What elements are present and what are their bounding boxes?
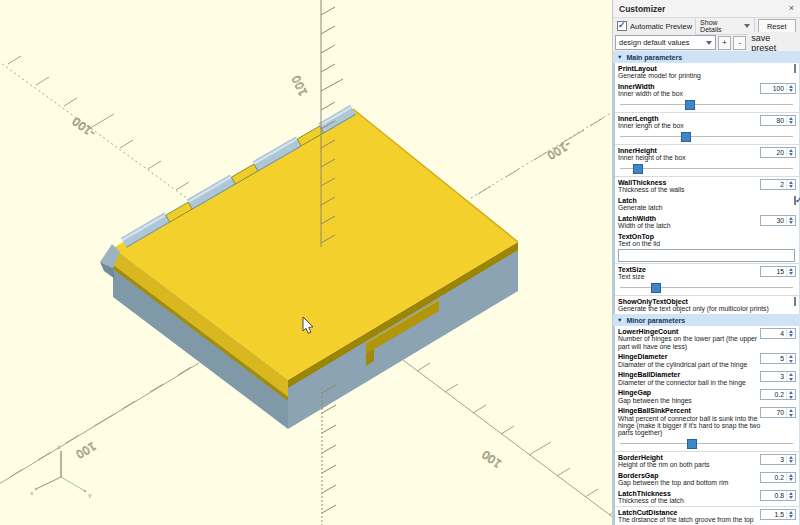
slider-handle[interactable] [651, 283, 661, 293]
show-details-dropdown[interactable]: Show Details [695, 17, 754, 35]
param-ShowOnlyTextObject: ShowOnlyTextObjectGenerate the text obje… [615, 296, 799, 314]
InnerHeight-spinbox[interactable]: 20 [760, 147, 796, 158]
spin-up-button[interactable] [789, 330, 793, 333]
spin-down-button[interactable] [789, 360, 793, 363]
slider-handle[interactable] [685, 100, 695, 110]
LowerHingeCount-spinbox[interactable]: 4 [760, 328, 796, 339]
spin-up-button[interactable] [789, 117, 793, 120]
TextSize-spinbox[interactable]: 15 [760, 266, 796, 277]
PrintLayout-checkbox[interactable] [794, 64, 796, 73]
spinbox-buttons [786, 510, 795, 519]
section-header-minor-parameters[interactable]: ▼Minor parameters [613, 314, 800, 326]
spin-down-button[interactable] [789, 460, 793, 463]
param-description: Generate model for printing [618, 72, 795, 79]
spin-down-button[interactable] [789, 153, 793, 156]
HingeBallDiameter-spinbox[interactable]: 3 [760, 371, 796, 382]
InnerWidth-slider[interactable] [620, 99, 793, 110]
spin-down-button[interactable] [789, 89, 793, 92]
param-Latch: LatchGenerate latch [615, 195, 799, 213]
param-HingeBallSinkPercent: HingeBallSinkPercent70What percent of co… [615, 405, 799, 452]
param-description: Generate the text object only (for multi… [618, 305, 795, 312]
spin-up-button[interactable] [789, 474, 793, 477]
axis-indicator-y-dot [84, 490, 86, 492]
spin-up-button[interactable] [789, 456, 793, 459]
param-description: Generate latch [618, 204, 795, 211]
add-preset-button[interactable]: + [718, 36, 731, 50]
spinbox-value: 1.5 [761, 511, 786, 518]
spin-up-button[interactable] [789, 391, 793, 394]
InnerLength-slider[interactable] [620, 131, 793, 142]
section-body: LowerHingeCount4Number of hinges on the … [613, 326, 800, 525]
BorderHeight-spinbox[interactable]: 3 [760, 454, 796, 465]
spin-up-button[interactable] [789, 511, 793, 514]
param-BorderHeight: BorderHeight3Height of the rim on both p… [615, 452, 799, 470]
spinbox-buttons [786, 84, 795, 93]
spin-down-button[interactable] [789, 121, 793, 124]
preset-dropdown-value: design default values [619, 38, 689, 47]
spin-down-button[interactable] [789, 185, 793, 188]
param-control: 5 [760, 353, 796, 364]
spinbox-buttons [786, 390, 795, 399]
slider-handle[interactable] [687, 439, 697, 449]
preset-dropdown[interactable]: design default values [615, 35, 716, 50]
viewport-3d[interactable]: -100 100 100 -100 [0, 0, 612, 525]
spin-up-button[interactable] [789, 373, 793, 376]
panel-title: Customizer [619, 4, 665, 14]
InnerWidth-spinbox[interactable]: 100 [760, 83, 796, 94]
LatchCutDistance-spinbox[interactable]: 1.5 [760, 509, 796, 520]
param-BordersGap: BordersGap0.2Gap between the top and bot… [615, 470, 799, 488]
spin-up-button[interactable] [789, 268, 793, 271]
spin-up-button[interactable] [789, 85, 793, 88]
TextOnTop-input[interactable] [618, 249, 795, 262]
spin-down-button[interactable] [789, 378, 793, 381]
param-InnerHeight: InnerHeight20Inner height of the box [615, 145, 799, 177]
spin-down-button[interactable] [789, 334, 793, 337]
spinbox-value: 15 [761, 268, 786, 275]
WallThickness-spinbox[interactable]: 2 [760, 179, 796, 190]
HingeGap-spinbox[interactable]: 0.2 [760, 389, 796, 400]
spin-down-button[interactable] [789, 414, 793, 417]
Latch-checkbox[interactable] [794, 196, 796, 205]
spin-up-button[interactable] [789, 181, 793, 184]
spin-up-button[interactable] [789, 492, 793, 495]
spin-up-button[interactable] [789, 355, 793, 358]
spin-down-button[interactable] [789, 515, 793, 518]
spinbox-value: 5 [761, 355, 786, 362]
param-TextSize: TextSize15Text size [615, 264, 799, 296]
spin-down-button[interactable] [789, 396, 793, 399]
param-control: 70 [760, 407, 796, 418]
param-name: ShowOnlyTextObject [618, 298, 795, 306]
TextSize-slider[interactable] [620, 282, 793, 293]
HingeBallSinkPercent-slider[interactable] [620, 438, 793, 449]
spin-down-button[interactable] [789, 221, 793, 224]
spin-up-button[interactable] [789, 409, 793, 412]
spin-down-button[interactable] [789, 478, 793, 481]
spin-up-button[interactable] [789, 149, 793, 152]
InnerHeight-slider[interactable] [620, 163, 793, 174]
param-HingeGap: HingeGap0.2Gap between the hinges [615, 387, 799, 405]
slider-handle[interactable] [681, 132, 691, 142]
HingeDiameter-spinbox[interactable]: 5 [760, 353, 796, 364]
LatchWidth-spinbox[interactable]: 30 [760, 215, 796, 226]
param-control: 1.5 [760, 509, 796, 520]
LatchThickness-spinbox[interactable]: 0.8 [760, 490, 796, 501]
param-control [794, 298, 796, 305]
HingeBallSinkPercent-spinbox[interactable]: 70 [760, 407, 796, 418]
close-icon[interactable]: × [789, 4, 794, 13]
InnerLength-spinbox[interactable]: 80 [760, 115, 796, 126]
remove-preset-button[interactable]: - [733, 36, 746, 50]
slider-handle[interactable] [633, 164, 643, 174]
spinbox-value: 4 [761, 330, 786, 337]
automatic-preview-checkbox[interactable] [617, 21, 627, 31]
spin-down-button[interactable] [789, 272, 793, 275]
BordersGap-spinbox[interactable]: 0.2 [760, 472, 796, 483]
param-control: 0.8 [760, 490, 796, 501]
param-control: 30 [760, 215, 796, 226]
section-label: Minor parameters [626, 317, 685, 324]
section-header-main-parameters[interactable]: ▼Main parameters [613, 51, 800, 63]
spin-down-button[interactable] [789, 496, 793, 499]
ShowOnlyTextObject-checkbox[interactable] [794, 297, 796, 306]
param-control: 4 [760, 328, 796, 339]
spin-up-button[interactable] [789, 217, 793, 220]
param-HingeDiameter: HingeDiameter5Diamater of the cylindrica… [615, 351, 799, 369]
